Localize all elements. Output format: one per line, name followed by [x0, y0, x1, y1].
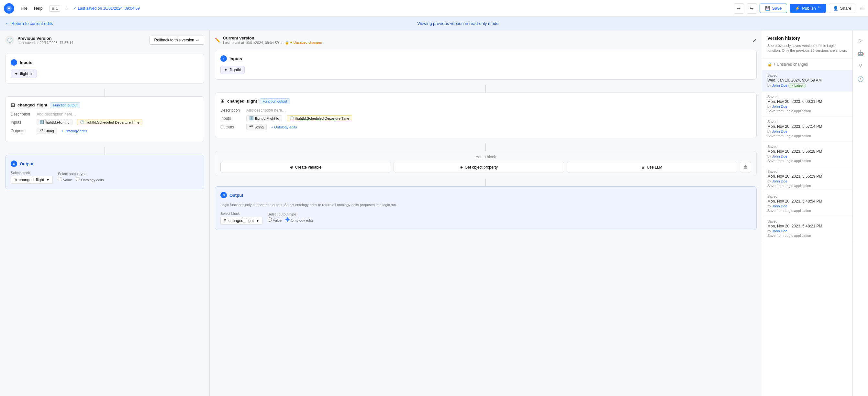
- previous-version-header: 🕐 Previous Version Last saved at 20/11/2…: [5, 36, 204, 48]
- curr-desc-value: Add description here…: [246, 108, 286, 112]
- curr-desc-label: Description: [220, 108, 243, 112]
- star-icon[interactable]: ☆: [64, 5, 69, 12]
- curr-ontology-link[interactable]: + Ontology edits: [271, 125, 297, 129]
- inputs-circle-icon: ↑: [11, 59, 17, 66]
- get-object-property-button[interactable]: ◈ Get object property: [394, 162, 564, 172]
- sidebar-expand-button[interactable]: ▷: [855, 34, 866, 46]
- version-clock-icon: 🕐: [5, 36, 14, 45]
- plus-separator: +: [281, 41, 282, 45]
- curr-select-output-label: Select output type: [268, 212, 314, 216]
- version-item-3[interactable]: Saved Mon, Nov 20, 2023, 5:56:28 PM by J…: [762, 141, 852, 166]
- prev-select-block-group: Select block ⊞ changed_flight ▼: [11, 171, 53, 184]
- app-logo: [4, 3, 14, 13]
- curr-output-card: ⊙ Output Logic functions only support on…: [215, 186, 757, 230]
- sidebar-icons: ▷ 🤖 ⑂ 🕐: [852, 30, 868, 396]
- curr-tag1-icon: 🔢: [249, 116, 254, 120]
- curr-select-output-group: Select output type Value Ontology edits: [268, 212, 314, 224]
- prev-ontology-link[interactable]: + Ontology edits: [61, 129, 87, 133]
- add-block-label: Add a block: [220, 155, 751, 159]
- prev-function-outputs-row: Outputs ❝❞ String + Ontology edits: [11, 128, 199, 134]
- curr-string-icon: ❝❞: [249, 125, 253, 129]
- file-help-group: File Help: [18, 4, 45, 12]
- help-menu-button[interactable]: Help: [31, 4, 45, 12]
- create-variable-button[interactable]: ⊕ Create variable: [220, 162, 391, 172]
- curr-dropdown-arrow-icon: ▼: [256, 219, 259, 223]
- version-item-0[interactable]: Saved Wed, Jan 10, 2024, 9:04:59 AM by J…: [762, 70, 852, 92]
- undo-button[interactable]: ↩: [734, 3, 744, 13]
- curr-output-tag: ❝❞ String: [246, 124, 267, 130]
- prev-inputs-card: ↑ Inputs ✦ flight_id: [5, 54, 204, 84]
- curr-select-block-group: Select block ⊞ changed_flight ▼: [220, 211, 262, 225]
- saved-status: ✓ Last saved on 10/01/2024, 09:04:59: [73, 6, 140, 11]
- prev-output-title: ⊙ Output: [11, 161, 199, 167]
- prev-select-block-dropdown[interactable]: ⊞ changed_flight ▼: [11, 176, 53, 184]
- prev-function-header: ⊞ changed_flight Function output: [11, 102, 199, 108]
- current-version-header: ✏️ Current version Last saved at 10/01/2…: [215, 36, 757, 45]
- edit-pencil-icon[interactable]: ✏️: [215, 37, 220, 43]
- curr-output-title: ⊙ Output: [220, 192, 751, 198]
- curr-function-desc-row: Description Add description here…: [220, 108, 751, 112]
- hamburger-menu-button[interactable]: ≡: [858, 4, 864, 13]
- version-history-title: Version history: [767, 36, 847, 41]
- current-version-info: ✏️ Current version Last saved at 10/01/2…: [215, 36, 322, 45]
- curr-function-header: ⊞ changed_flight Function output: [220, 98, 751, 104]
- curr-output-circle-icon: ⊙: [220, 192, 227, 198]
- prev-desc-label: Description: [11, 112, 33, 117]
- prev-select-output-group: Select output type Value Ontology edits: [58, 172, 104, 183]
- version-item-1[interactable]: Saved Mon, Nov 20, 2023, 6:00:31 PM by J…: [762, 92, 852, 117]
- version-item-unsaved[interactable]: 🔒 + Unsaved changes: [762, 59, 852, 70]
- delete-block-button[interactable]: 🗑: [740, 162, 751, 172]
- version-item-4[interactable]: Saved Mon, Nov 20, 2023, 5:55:29 PM by J…: [762, 166, 852, 191]
- prev-radio-ontology-input[interactable]: [76, 177, 80, 181]
- publish-button[interactable]: ⚡ Publish ⠿: [790, 4, 826, 12]
- sidebar-history-button[interactable]: 🕐: [855, 73, 866, 85]
- version-item-5[interactable]: Saved Mon, Nov 20, 2023, 5:48:54 PM by J…: [762, 191, 852, 216]
- use-llm-button[interactable]: ⊞ Use LLM: [567, 162, 737, 172]
- expand-icon[interactable]: ⤢: [752, 37, 757, 43]
- save-button[interactable]: 💾 Save: [760, 4, 787, 13]
- get-obj-icon: ◈: [460, 165, 463, 169]
- prev-function-card: ⊞ changed_flight Function output Descrip…: [5, 96, 204, 142]
- curr-chip-icon: ✦: [224, 67, 228, 72]
- prev-inputs-label: Inputs: [11, 120, 33, 125]
- curr-connector-2: [215, 143, 757, 151]
- prev-radio-ontology[interactable]: Ontology edits: [76, 177, 103, 182]
- prev-connector-1: [5, 89, 204, 96]
- prev-radio-value[interactable]: Value: [58, 177, 72, 182]
- sidebar-branch-button[interactable]: ⑂: [855, 60, 866, 72]
- curr-outputs-label: Outputs: [220, 125, 243, 129]
- curr-connector-line-1: [486, 85, 486, 93]
- prev-function-desc-row: Description Add description here…: [11, 112, 199, 117]
- redo-button[interactable]: ↪: [747, 3, 757, 13]
- curr-input-tag2: 🕐 flightId.Scheduled Departure Time: [287, 115, 352, 121]
- curr-radio-ontology-input[interactable]: [285, 218, 290, 222]
- curr-inputs-card: ↑ Inputs ✦ flightId: [215, 50, 757, 79]
- unsaved-icon: 🔒: [285, 40, 289, 44]
- dropdown-arrow-icon: ▼: [46, 177, 50, 182]
- current-version-text-group: Current version Last saved at 10/01/2024…: [223, 36, 322, 45]
- instance-icon: ⊞: [52, 6, 55, 11]
- version-item-2[interactable]: Saved Mon, Nov 20, 2023, 5:57:14 PM by J…: [762, 117, 852, 141]
- version-item-6[interactable]: Saved Mon, Nov 20, 2023, 5:48:21 PM by J…: [762, 216, 852, 241]
- curr-function-badge: Function output: [259, 98, 290, 104]
- curr-input-chip: ✦ flightId: [220, 66, 245, 74]
- curr-select-block-dropdown[interactable]: ⊞ changed_flight ▼: [220, 217, 262, 225]
- rollback-button[interactable]: Rollback to this version ↩: [150, 36, 204, 45]
- curr-radio-ontology[interactable]: Ontology edits: [285, 218, 313, 222]
- prev-desc-value: Add description here…: [37, 112, 76, 117]
- string-icon: ❝❞: [39, 129, 43, 133]
- curr-inputs-label: Inputs: [220, 116, 243, 121]
- curr-block-value-icon: ⊞: [223, 219, 226, 223]
- curr-radio-value-input[interactable]: [268, 218, 272, 222]
- output-note: Logic functions only support one output.…: [220, 202, 751, 208]
- instance-badge: ⊞ 1: [49, 5, 61, 12]
- sidebar-bot-button[interactable]: 🤖: [855, 47, 866, 59]
- back-to-current-button[interactable]: ← Return to current edits: [5, 21, 53, 26]
- publish-icon: ⚡: [795, 6, 800, 11]
- version-history-description: See previously saved versions of this Lo…: [767, 43, 847, 54]
- add-block-buttons-group: ⊕ Create variable ◈ Get object property …: [220, 162, 751, 172]
- curr-radio-value[interactable]: Value: [268, 218, 282, 222]
- file-menu-button[interactable]: File: [18, 4, 30, 12]
- prev-radio-value-input[interactable]: [58, 177, 62, 181]
- share-button[interactable]: 👤 Share: [829, 4, 856, 13]
